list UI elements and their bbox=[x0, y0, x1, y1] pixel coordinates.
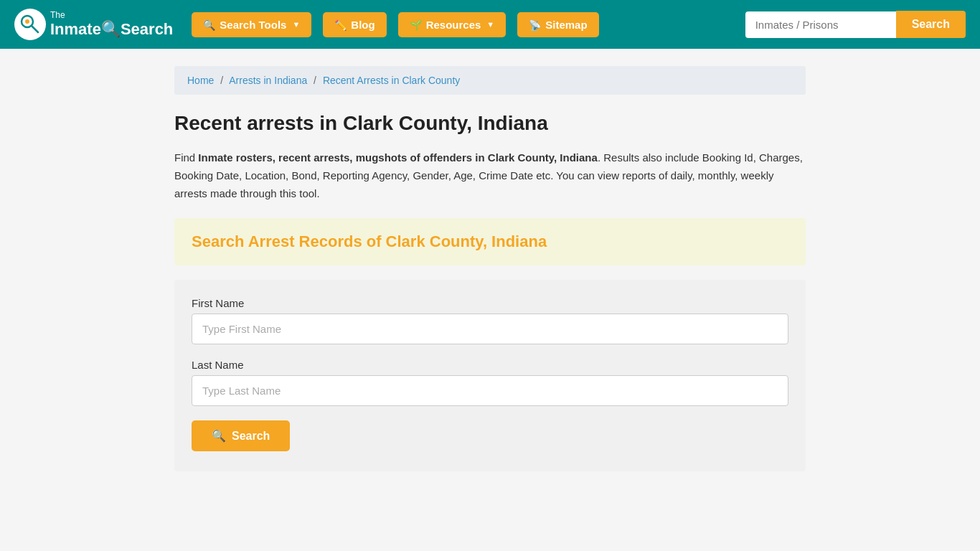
first-name-group: First Name bbox=[192, 297, 788, 344]
main-content: Home / Arrests in Indiana / Recent Arres… bbox=[160, 49, 820, 489]
search-submit-icon: 🔍 bbox=[212, 429, 226, 443]
breadcrumb: Home / Arrests in Indiana / Recent Arres… bbox=[174, 66, 806, 95]
search-section-title: Search Arrest Records of Clark County, I… bbox=[192, 232, 547, 250]
dropdown-arrow-icon: ▼ bbox=[486, 20, 494, 29]
blog-icon bbox=[334, 19, 347, 31]
svg-point-2 bbox=[25, 19, 29, 24]
breadcrumb-separator-1: / bbox=[220, 75, 223, 86]
resources-button[interactable]: Resources ▼ bbox=[398, 12, 507, 37]
blog-button[interactable]: Blog bbox=[323, 12, 386, 37]
dropdown-arrow-icon: ▼ bbox=[292, 20, 300, 29]
breadcrumb-arrests-indiana[interactable]: Arrests in Indiana bbox=[229, 75, 307, 86]
page-description: Find Inmate rosters, recent arrests, mug… bbox=[174, 149, 806, 202]
breadcrumb-separator-2: / bbox=[314, 75, 316, 86]
last-name-input[interactable] bbox=[192, 375, 788, 406]
site-header: The Inmate🔍Search Search Tools ▼ Blog Re… bbox=[0, 0, 980, 49]
resources-icon bbox=[410, 19, 422, 31]
breadcrumb-current[interactable]: Recent Arrests in Clark County bbox=[323, 75, 460, 86]
first-name-input[interactable] bbox=[192, 314, 788, 344]
logo-text: The Inmate🔍Search bbox=[50, 11, 173, 37]
search-form-container: First Name Last Name 🔍 Search bbox=[174, 280, 806, 471]
sitemap-button[interactable]: Sitemap bbox=[517, 12, 598, 37]
logo-badge bbox=[14, 9, 46, 40]
sitemap-icon bbox=[529, 19, 541, 31]
search-tools-button[interactable]: Search Tools ▼ bbox=[192, 12, 311, 37]
breadcrumb-home[interactable]: Home bbox=[187, 75, 214, 86]
svg-line-1 bbox=[32, 26, 38, 32]
last-name-group: Last Name bbox=[192, 359, 788, 406]
search-submit-button[interactable]: 🔍 Search bbox=[192, 420, 290, 451]
search-section-header: Search Arrest Records of Clark County, I… bbox=[174, 218, 806, 265]
first-name-label: First Name bbox=[192, 297, 788, 309]
header-search-input[interactable] bbox=[745, 11, 896, 38]
page-title: Recent arrests in Clark County, Indiana bbox=[174, 112, 806, 135]
header-search-button[interactable]: Search bbox=[896, 11, 966, 38]
last-name-label: Last Name bbox=[192, 359, 788, 371]
header-search-area: Search bbox=[745, 11, 966, 38]
site-logo[interactable]: The Inmate🔍Search bbox=[14, 9, 173, 40]
search-icon bbox=[203, 19, 215, 31]
